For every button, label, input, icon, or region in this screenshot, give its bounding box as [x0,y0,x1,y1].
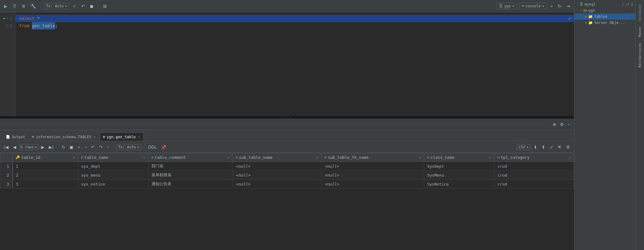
top-toolbar: ▶ ⏱ ⏸ 🔧 Tx: Auto ▾ ✓ ↶ ◼ ⊞ 🗄 ygn ▾ [0,0,574,12]
console-icon: ⌨ [522,4,524,8]
cell-table-name-2[interactable]: sys_menu [78,171,148,180]
view-button[interactable]: 👁 [556,144,563,150]
pause-button[interactable]: ⏸ [20,3,27,10]
col-header-table-name[interactable]: ⊞ table_name ⇅ [78,153,148,162]
table-row[interactable]: 3 3 sys_notice 通知公告表 <null> <null> SysNo… [0,180,574,189]
col-header-class-name[interactable]: ⊞ class_name ⇅ [424,153,494,162]
expand-button[interactable]: ⤢ [548,144,555,150]
settings-panel-button[interactable]: ⚙ [558,121,565,128]
add-connection-button[interactable]: + [549,3,554,10]
stop-results-button[interactable]: ◼ [68,144,75,150]
rows-select[interactable]: 5 rows ▾ [19,144,39,150]
tree-item-mysql[interactable]: ▾ 🗄 mysql 1 of 8 [574,1,635,7]
cell-table-comment-3[interactable]: 通知公告表 [148,180,232,189]
cell-sub-table-fk-2[interactable]: <null> [321,171,424,180]
stop-button[interactable]: ◼ [88,3,95,10]
pin-button[interactable]: 📌 [159,144,168,150]
cell-sub-table-name-2[interactable]: <null> [232,171,321,180]
col-header-tpl-category[interactable]: ⊞ tpl_category ⇅ [494,153,574,162]
sort-icon-2: ⇅ [144,156,145,159]
results-table-wrapper[interactable]: 🔑 table_id ⇅ ⊞ table_name ⇅ [0,153,574,250]
tab-output[interactable]: 📄 Output [2,132,29,141]
connection2-btn[interactable]: ⌨ console ▾ [519,3,547,9]
vtab-database[interactable]: Database [637,1,643,24]
table-name-highlight: gen_table [32,22,55,29]
results-sep-1 [57,144,58,150]
cell-sub-table-name-3[interactable]: <null> [232,180,321,189]
toolbar-sep-2 [98,3,98,9]
cell-class-name-1[interactable]: SysDept [424,162,494,171]
code-line-1: select * [15,15,574,22]
check-button[interactable]: ✓ [71,3,78,10]
tree-item-server-objects[interactable]: ▶ 📁 Server Obje... [574,20,635,26]
run-button[interactable]: ▶ [2,3,9,10]
results-toolbar: |◀ ◀ 5 rows ▾ ▶ ▶| ↻ ◼ + − ↶ ↷ ↑ Tx: Aut… [0,141,574,153]
col-header-table-id[interactable]: 🔑 table_id ⇅ [13,153,78,162]
table-row[interactable]: 2 2 sys_menu 菜单权限表 <null> <null> SysMenu… [0,171,574,180]
tx-dropdown[interactable]: Tx: Auto ▾ [44,3,69,9]
cell-table-comment-2[interactable]: 菜单权限表 [148,171,232,180]
cell-table-id-1[interactable]: 1 [13,162,78,171]
vtab-maven[interactable]: Maven [637,24,643,40]
vtab-rest-services[interactable]: RestServices [637,40,643,70]
keyword-select: select [19,15,35,22]
cell-sub-table-name-1[interactable]: <null> [232,162,321,171]
tree-item-tables[interactable]: ▶ 📁 tables [574,14,635,20]
tab1-close[interactable]: × [93,135,96,139]
undo-button[interactable]: ↶ [80,3,86,10]
refresh-results-button[interactable]: ↻ [60,144,67,150]
add-panel-button[interactable]: ⊕ [551,121,558,128]
refresh-button[interactable]: ↻ [556,3,563,10]
csv-dropdown[interactable]: CSV ▾ [516,144,531,150]
cell-table-name-1[interactable]: sys_dept [78,162,148,171]
editor-section: ▶ ⏱ ⏸ 🔧 Tx: Auto ▾ ✓ ↶ ◼ ⊞ 🗄 ygn ▾ [0,0,574,250]
timer-button[interactable]: ⏱ [11,3,18,10]
table-icon-2: ⊞ [103,135,105,139]
format-button[interactable]: ⬆ [540,144,547,150]
last-page-button[interactable]: ▶| [47,144,55,150]
ddl-button[interactable]: DDL [147,144,158,150]
bottom-panel: ⊕ ⚙ − 📄 Output ⊞ information_schema.TABL… [0,119,574,250]
main-area: ▶ ⏱ ⏸ 🔧 Tx: Auto ▾ ✓ ↶ ◼ ⊞ 🗄 ygn ▾ [0,0,644,250]
cell-tpl-category-1[interactable]: crud [494,162,574,171]
cell-class-name-2[interactable]: SysMenu [424,171,494,180]
col-header-sub-table-fk-name[interactable]: ⊞ sub_table_fk_name ⇅ [321,153,424,162]
add-row-button[interactable]: + [76,144,82,150]
prev-page-button[interactable]: ◀ [11,144,18,150]
cell-table-id-2[interactable]: 2 [13,171,78,180]
toolbar-right: 🗄 ygn ▾ ⌨ console ▾ + ↻ ⇥ [496,3,572,10]
server-icon: 📁 [588,21,593,25]
up-results-button[interactable]: ↑ [105,144,111,150]
wrench-button[interactable]: 🔧 [29,3,37,10]
tx-results-dropdown[interactable]: Tx: Auto ▾ [116,144,141,150]
undo-results-button[interactable]: ↶ [90,144,96,150]
cell-sub-table-fk-1[interactable]: <null> [321,162,424,171]
minus-panel-button[interactable]: − [566,121,572,128]
table-settings-button[interactable]: ⚙ [565,144,572,150]
col-header-sub-table-name[interactable]: ⊞ sub_table_name ⇅ [232,153,321,162]
split-button[interactable]: ⇥ [565,3,572,10]
cell-table-id-3[interactable]: 3 [13,180,78,189]
cell-tpl-category-3[interactable]: crud [494,180,574,189]
table-row[interactable]: 1 1 sys_dept 部门表 <null> <null> SysDept c… [0,162,574,171]
redo-results-button[interactable]: ↷ [98,144,104,150]
tab2-close[interactable]: × [137,135,140,139]
next-page-button[interactable]: ▶ [40,144,46,150]
tree-item-ygn[interactable]: ▾ 🗃 ygn [574,7,635,14]
tab-gen-table[interactable]: ⊞ ygn.gen_table × [100,132,144,141]
cell-sub-table-fk-3[interactable]: <null> [321,180,424,189]
col-header-table-comment[interactable]: ⊞ table_comment ⇅ [148,153,232,162]
tables-icon: 📁 [588,14,593,19]
grid-icon-4: ⊞ [324,155,327,159]
connection1-btn[interactable]: 🗄 ygn ▾ [496,3,517,9]
cell-tpl-category-2[interactable]: crud [494,171,574,180]
grid-button[interactable]: ⊞ [102,3,108,10]
cell-class-name-3[interactable]: SysNotice [424,180,494,189]
export-button[interactable]: ⬇ [532,144,539,150]
tab-information-schema[interactable]: ⊞ information_schema.TABLES × [29,132,99,141]
cell-table-name-3[interactable]: sys_notice [78,180,148,189]
del-row-button[interactable]: − [83,144,88,150]
first-page-button[interactable]: |◀ [2,144,10,150]
editor-content[interactable]: select * from gen_table; ✓ [15,12,574,116]
cell-table-comment-1[interactable]: 部门表 [148,162,232,171]
